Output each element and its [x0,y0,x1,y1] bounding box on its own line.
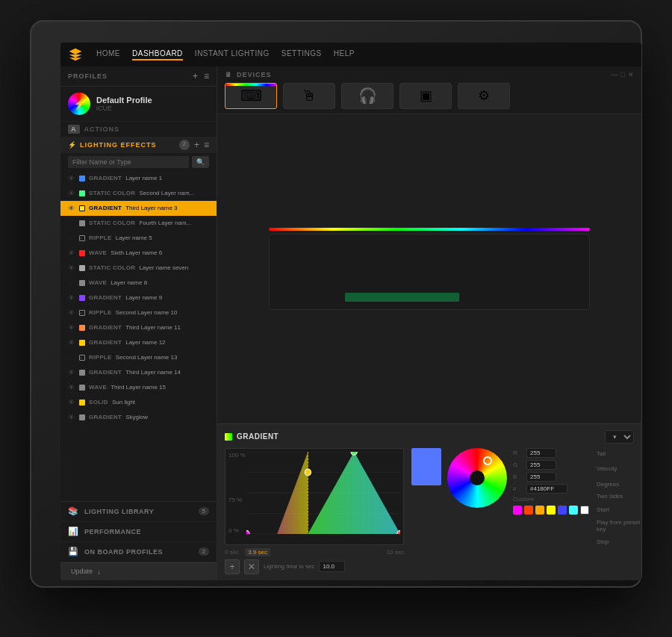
kb-key[interactable] [500,282,516,291]
layer-visibility-icon[interactable]: ○ [68,354,75,361]
layer-item[interactable]: ○STATIC COLORFourth Layer nam...🗑 [60,216,217,231]
kb-key[interactable] [327,293,343,302]
headset-device-thumb[interactable]: 🎧 [341,83,393,109]
lighting-library-item[interactable]: 📚 LIGHTING LIBRARY 5 [60,502,217,522]
kb-key[interactable] [517,272,533,281]
kb-key[interactable] [447,272,463,281]
layer-item[interactable]: 👁GRADIENTThird Layer name 11🗑 [60,320,217,335]
lighting-time-input[interactable] [319,561,345,572]
kb-key[interactable] [390,251,405,260]
kb-key[interactable] [537,251,552,260]
remove-point-button[interactable]: ✕ [244,559,259,574]
layer-item[interactable]: 👁WAVESixth Layer name 6🗑 [60,246,217,261]
kb-key[interactable] [430,272,446,281]
nav-instant-lighting[interactable]: INSTANT LIGHTING [195,48,270,60]
kb-key[interactable] [430,282,446,291]
layer-visibility-icon[interactable]: 👁 [68,414,75,421]
add-profile-button[interactable]: + [193,71,198,81]
layer-visibility-icon[interactable]: 👁 [68,324,75,332]
kb-key[interactable] [423,251,438,260]
minimize-button[interactable]: — [612,71,618,78]
kb-key[interactable] [373,261,388,270]
swatch-orange[interactable] [535,506,544,515]
hex-input[interactable] [526,484,567,494]
kb-key[interactable] [343,272,358,281]
kb-key[interactable] [439,251,454,260]
kb-key[interactable] [292,251,307,260]
nav-dashboard[interactable]: DASHBOARD [132,48,183,60]
layer-visibility-icon[interactable]: 👁 [68,399,75,406]
kb-key[interactable] [395,272,411,281]
kb-key[interactable] [500,272,516,281]
color-swatch[interactable] [411,448,441,485]
kb-key[interactable] [356,261,371,270]
spacebar-key[interactable] [345,293,458,302]
gradient-type-select[interactable]: ▾ [605,430,634,444]
swatch-red[interactable] [524,506,533,515]
kb-key[interactable] [308,251,323,260]
kb-key[interactable] [553,261,583,270]
layer-visibility-icon[interactable]: 👁 [68,205,75,212]
kb-key[interactable] [455,261,470,270]
close-button[interactable]: ✕ [628,71,634,78]
layer-visibility-icon[interactable]: 👁 [68,309,75,317]
kb-key[interactable] [549,293,565,302]
mouse-device-thumb[interactable]: 🖱 [283,83,335,109]
performance-item[interactable]: 📊 PERFORMANCE [60,522,217,542]
kb-key[interactable] [461,293,477,302]
kb-key[interactable] [361,240,377,249]
layer-item[interactable]: 👁WAVEThird Layer name 15🗑 [60,380,217,395]
kb-key[interactable] [343,282,358,291]
kb-key[interactable] [357,251,372,260]
kb-key[interactable] [488,251,503,260]
gradient-graph[interactable]: 100 % 75 % 0 % [225,448,404,545]
layer-visibility-icon[interactable]: 👁 [68,175,75,182]
swatch-white[interactable] [580,506,589,515]
layer-menu-button[interactable]: ≡ [204,140,209,150]
layer-item[interactable]: ○~RIPPLESecond Layer name 13🗑 [60,350,217,365]
kb-key[interactable] [520,251,535,260]
kb-key[interactable] [438,261,453,270]
kb-key[interactable] [325,282,340,291]
layer-visibility-icon[interactable]: 👁 [68,369,75,376]
search-button[interactable]: 🔍 [192,156,209,168]
kb-key[interactable] [430,240,446,249]
kb-key[interactable] [276,240,291,249]
kb-key[interactable] [553,251,583,260]
kb-key[interactable] [406,251,421,260]
layer-visibility-icon[interactable]: 👁 [68,264,75,272]
profile-row[interactable]: ⚡ Default Profile iCUE [60,87,217,122]
layer-visibility-icon[interactable]: 👁 [68,190,75,197]
kb-key[interactable] [482,282,498,291]
kb-key[interactable] [516,240,532,249]
kb-key[interactable] [567,293,583,302]
kb-key[interactable] [514,293,530,302]
kb-key[interactable] [520,261,535,270]
nav-help[interactable]: HELP [334,48,355,60]
swatch-magenta[interactable] [513,506,522,515]
swatch-blue[interactable] [558,506,567,515]
kb-key[interactable] [378,282,393,291]
kb-key[interactable] [535,272,583,281]
profiles-menu-button[interactable]: ≡ [204,71,209,81]
layer-item[interactable]: 👁~RIPPLESecond Layer name 10🗑 [60,305,217,320]
kb-key[interactable] [276,261,305,270]
layer-visibility-icon[interactable]: 👁 [68,294,75,302]
kb-key[interactable] [447,240,463,249]
kb-key[interactable] [504,251,519,260]
kb-key[interactable] [488,261,503,270]
kb-key[interactable] [499,240,514,249]
layer-visibility-icon[interactable]: ○ [68,234,75,242]
kb-key[interactable] [413,240,429,249]
layer-item[interactable]: 👁GRADIENTLayer name 9🗑 [60,290,217,305]
layer-visibility-icon[interactable]: 👁 [68,249,75,257]
kb-key[interactable] [472,251,487,260]
layer-item[interactable]: ○~RIPPLELayer name 5🗑 [60,231,217,246]
kb-key[interactable] [413,272,429,281]
kb-key[interactable] [478,293,494,302]
kb-key[interactable] [471,261,486,270]
layer-item[interactable]: 👁GRADIENTSkyglow🗑 [60,410,217,425]
layer-item[interactable]: 👁GRADIENTLayer name 1🗑 [60,171,217,186]
kb-key[interactable] [464,240,480,249]
swatch-yellow[interactable] [547,506,556,515]
